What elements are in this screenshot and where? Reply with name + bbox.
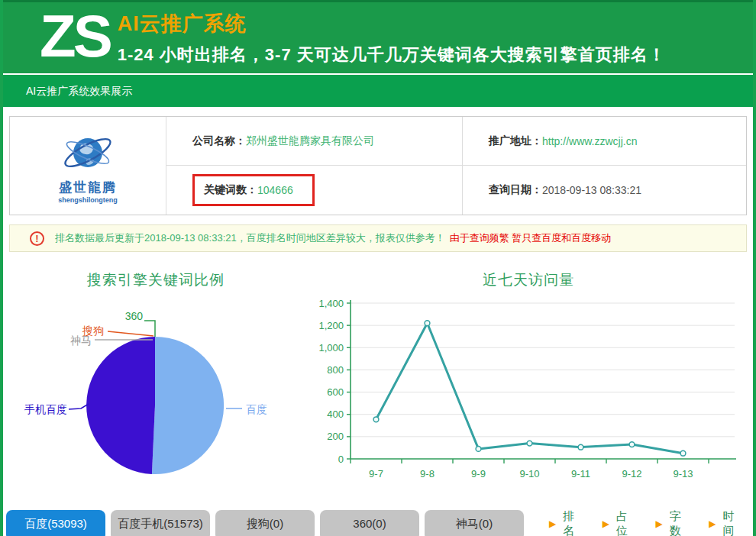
svg-text:800: 800 <box>327 364 344 376</box>
svg-text:1,400: 1,400 <box>318 298 344 309</box>
line-chart-title: 近七天访问量 <box>309 270 748 290</box>
alert-text-main: 排名数据最后更新于2018-09-13 08:33:21，百度排名时间地区差异较… <box>55 231 445 245</box>
engine-tabs: 百度(53093)百度手机(51573)搜狗(0)360(0)神马(0) <box>6 510 529 536</box>
tab-baidu[interactable]: 百度(53093) <box>6 510 105 536</box>
company-logo: 盛世龍腾 shengshilongteng <box>44 122 132 209</box>
company-logo-cell: 盛世龍腾 shengshilongteng <box>10 117 166 215</box>
query-date-label: 查询日期： <box>489 183 542 197</box>
svg-text:9-13: 9-13 <box>673 468 693 479</box>
company-name-value: 郑州盛世龍腾家具有限公司 <box>246 134 374 148</box>
alert-bar: ! 排名数据最后更新于2018-09-13 08:33:21，百度排名时间地区差… <box>9 224 747 252</box>
company-info-grid: 公司名称： 郑州盛世龍腾家具有限公司 推广地址： http://www.zzwc… <box>166 117 746 215</box>
column-links: ▶排名▶占位▶字数▶时间 <box>529 510 750 536</box>
tab-360[interactable]: 360(0) <box>320 510 419 536</box>
globe-icon <box>60 128 116 177</box>
tab-baidu-mobile[interactable]: 百度手机(51573) <box>111 510 210 536</box>
page: ZS AI云推广系统 1-24 小时出排名，3-7 天可达几千几万关键词各大搜索… <box>0 0 756 536</box>
legend-label: 字数 <box>670 509 690 536</box>
zs-logo: ZS <box>40 6 110 66</box>
pie-label-baidu-mobile: 手机百度 <box>24 403 67 417</box>
pie-chart <box>3 261 309 502</box>
keyword-count-label: 关键词数： <box>204 183 257 197</box>
svg-text:600: 600 <box>327 386 344 398</box>
section-title-bar: AI云推广系统效果展示 <box>3 75 753 107</box>
svg-text:0: 0 <box>338 454 344 465</box>
tab-sogou[interactable]: 搜狗(0) <box>215 510 315 536</box>
svg-text:9-7: 9-7 <box>369 468 383 479</box>
triangle-icon: ▶ <box>709 518 716 529</box>
exclamation-icon: ! <box>30 231 44 246</box>
svg-text:1,200: 1,200 <box>318 320 344 331</box>
svg-text:400: 400 <box>327 408 344 420</box>
company-info-panel: 盛世龍腾 shengshilongteng 公司名称： 郑州盛世龍腾家具有限公司… <box>9 116 747 215</box>
legend-label: 时间 <box>722 509 742 536</box>
query-date-value: 2018-09-13 08:33:21 <box>542 184 641 196</box>
app-title: AI云推广系统 <box>118 10 666 37</box>
svg-text:9-9: 9-9 <box>471 468 486 479</box>
tab-shenma[interactable]: 神马(0) <box>425 510 524 536</box>
pie-label-baidu: 百度 <box>246 403 267 417</box>
legend-label: 占位 <box>616 509 636 536</box>
legend-rank[interactable]: ▶排名 <box>549 509 583 536</box>
svg-text:9-8: 9-8 <box>420 468 435 479</box>
line-chart: 02004006008001,0001,2001,4009-79-89-99-1… <box>309 289 748 489</box>
keyword-count-cell: 关键词数： 104666 <box>166 166 462 215</box>
svg-text:1,000: 1,000 <box>318 342 344 354</box>
triangle-icon: ▶ <box>656 518 663 529</box>
pie-label-360: 360 <box>120 310 143 322</box>
legend-label: 排名 <box>563 509 583 536</box>
svg-text:9-10: 9-10 <box>519 468 539 479</box>
app-slogan: 1-24 小时出排名，3-7 天可达几千几万关键词各大搜索引擎首页排名！ <box>118 44 666 66</box>
company-name-cell: 公司名称： 郑州盛世龍腾家具有限公司 <box>166 117 462 166</box>
triangle-icon: ▶ <box>603 518 609 529</box>
app-header: ZS AI云推广系统 1-24 小时出排名，3-7 天可达几千几万关键词各大搜索… <box>3 0 753 73</box>
legend-time[interactable]: ▶时间 <box>709 509 742 536</box>
promo-url-cell: 推广地址： http://www.zzwcjj.cn <box>462 117 746 166</box>
keyword-count-value: 104666 <box>257 184 293 196</box>
company-logo-name-zh: 盛世龍腾 <box>59 179 117 196</box>
alert-text-warning: 由于查询频繁 暂只查百度和百度移动 <box>450 231 612 245</box>
keyword-count-highlight-box: 关键词数： 104666 <box>192 174 315 206</box>
svg-text:200: 200 <box>327 431 344 442</box>
legend-position[interactable]: ▶占位 <box>603 509 636 536</box>
promo-url-label: 推广地址： <box>489 134 542 148</box>
promo-url-link[interactable]: http://www.zzwcjj.cn <box>542 135 637 147</box>
triangle-icon: ▶ <box>549 518 556 529</box>
company-name-label: 公司名称： <box>192 134 246 148</box>
legend-wordcount[interactable]: ▶字数 <box>656 509 690 536</box>
bottom-tab-bar: 百度(53093)百度手机(51573)搜狗(0)360(0)神马(0) ▶排名… <box>6 510 750 536</box>
pie-label-shenma: 神马 <box>70 334 92 348</box>
charts-section: 搜索引擎关键词比例 近七天访问量 360 搜狗 神马 手机百度 百度 02004… <box>3 261 753 502</box>
query-date-cell: 查询日期： 2018-09-13 08:33:21 <box>462 166 746 215</box>
svg-text:9-11: 9-11 <box>571 468 590 479</box>
header-text: AI云推广系统 1-24 小时出排名，3-7 天可达几千几万关键词各大搜索引擎首… <box>118 10 666 66</box>
svg-text:9-12: 9-12 <box>622 468 641 479</box>
company-logo-name-en: shengshilongteng <box>58 196 118 204</box>
